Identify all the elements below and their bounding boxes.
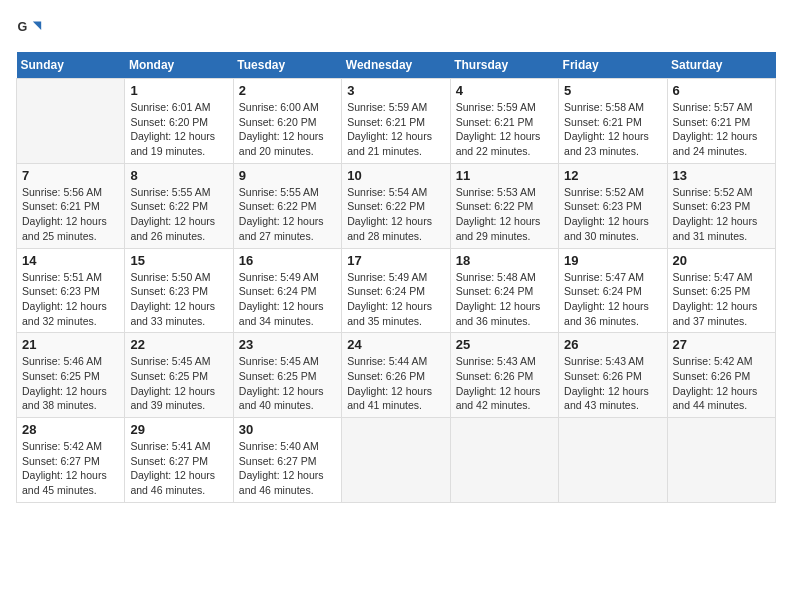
calendar-cell: 28Sunrise: 5:42 AM Sunset: 6:27 PM Dayli… bbox=[17, 418, 125, 503]
day-number: 8 bbox=[130, 168, 227, 183]
calendar-cell: 18Sunrise: 5:48 AM Sunset: 6:24 PM Dayli… bbox=[450, 248, 558, 333]
day-info: Sunrise: 5:49 AM Sunset: 6:24 PM Dayligh… bbox=[347, 270, 444, 329]
day-number: 1 bbox=[130, 83, 227, 98]
calendar-cell: 19Sunrise: 5:47 AM Sunset: 6:24 PM Dayli… bbox=[559, 248, 667, 333]
calendar-cell: 15Sunrise: 5:50 AM Sunset: 6:23 PM Dayli… bbox=[125, 248, 233, 333]
calendar-cell: 17Sunrise: 5:49 AM Sunset: 6:24 PM Dayli… bbox=[342, 248, 450, 333]
day-info: Sunrise: 5:41 AM Sunset: 6:27 PM Dayligh… bbox=[130, 439, 227, 498]
calendar-cell: 12Sunrise: 5:52 AM Sunset: 6:23 PM Dayli… bbox=[559, 163, 667, 248]
day-info: Sunrise: 5:54 AM Sunset: 6:22 PM Dayligh… bbox=[347, 185, 444, 244]
day-info: Sunrise: 5:42 AM Sunset: 6:26 PM Dayligh… bbox=[673, 354, 770, 413]
day-info: Sunrise: 5:57 AM Sunset: 6:21 PM Dayligh… bbox=[673, 100, 770, 159]
calendar-cell: 13Sunrise: 5:52 AM Sunset: 6:23 PM Dayli… bbox=[667, 163, 775, 248]
day-number: 11 bbox=[456, 168, 553, 183]
day-number: 3 bbox=[347, 83, 444, 98]
day-info: Sunrise: 5:52 AM Sunset: 6:23 PM Dayligh… bbox=[673, 185, 770, 244]
calendar-cell: 14Sunrise: 5:51 AM Sunset: 6:23 PM Dayli… bbox=[17, 248, 125, 333]
calendar-cell: 24Sunrise: 5:44 AM Sunset: 6:26 PM Dayli… bbox=[342, 333, 450, 418]
calendar-cell bbox=[17, 79, 125, 164]
day-info: Sunrise: 5:50 AM Sunset: 6:23 PM Dayligh… bbox=[130, 270, 227, 329]
calendar-cell bbox=[559, 418, 667, 503]
calendar-cell: 6Sunrise: 5:57 AM Sunset: 6:21 PM Daylig… bbox=[667, 79, 775, 164]
day-info: Sunrise: 5:53 AM Sunset: 6:22 PM Dayligh… bbox=[456, 185, 553, 244]
weekday-header-cell: Tuesday bbox=[233, 52, 341, 79]
day-info: Sunrise: 5:58 AM Sunset: 6:21 PM Dayligh… bbox=[564, 100, 661, 159]
weekday-header-cell: Friday bbox=[559, 52, 667, 79]
day-number: 22 bbox=[130, 337, 227, 352]
day-number: 9 bbox=[239, 168, 336, 183]
day-info: Sunrise: 5:51 AM Sunset: 6:23 PM Dayligh… bbox=[22, 270, 119, 329]
weekday-header-cell: Monday bbox=[125, 52, 233, 79]
calendar-cell: 25Sunrise: 5:43 AM Sunset: 6:26 PM Dayli… bbox=[450, 333, 558, 418]
day-info: Sunrise: 5:40 AM Sunset: 6:27 PM Dayligh… bbox=[239, 439, 336, 498]
day-info: Sunrise: 5:44 AM Sunset: 6:26 PM Dayligh… bbox=[347, 354, 444, 413]
day-number: 12 bbox=[564, 168, 661, 183]
calendar-cell bbox=[450, 418, 558, 503]
day-info: Sunrise: 5:46 AM Sunset: 6:25 PM Dayligh… bbox=[22, 354, 119, 413]
day-number: 5 bbox=[564, 83, 661, 98]
day-number: 24 bbox=[347, 337, 444, 352]
calendar-week-row: 14Sunrise: 5:51 AM Sunset: 6:23 PM Dayli… bbox=[17, 248, 776, 333]
day-number: 16 bbox=[239, 253, 336, 268]
calendar-week-row: 1Sunrise: 6:01 AM Sunset: 6:20 PM Daylig… bbox=[17, 79, 776, 164]
day-info: Sunrise: 5:45 AM Sunset: 6:25 PM Dayligh… bbox=[130, 354, 227, 413]
calendar-cell: 27Sunrise: 5:42 AM Sunset: 6:26 PM Dayli… bbox=[667, 333, 775, 418]
day-number: 13 bbox=[673, 168, 770, 183]
weekday-header-cell: Saturday bbox=[667, 52, 775, 79]
day-info: Sunrise: 5:42 AM Sunset: 6:27 PM Dayligh… bbox=[22, 439, 119, 498]
svg-text:G: G bbox=[17, 20, 27, 34]
day-number: 21 bbox=[22, 337, 119, 352]
day-info: Sunrise: 5:47 AM Sunset: 6:24 PM Dayligh… bbox=[564, 270, 661, 329]
page-header: G bbox=[16, 16, 776, 44]
day-number: 15 bbox=[130, 253, 227, 268]
day-number: 10 bbox=[347, 168, 444, 183]
calendar-cell bbox=[342, 418, 450, 503]
calendar-cell: 5Sunrise: 5:58 AM Sunset: 6:21 PM Daylig… bbox=[559, 79, 667, 164]
calendar-week-row: 21Sunrise: 5:46 AM Sunset: 6:25 PM Dayli… bbox=[17, 333, 776, 418]
calendar-cell: 1Sunrise: 6:01 AM Sunset: 6:20 PM Daylig… bbox=[125, 79, 233, 164]
calendar-cell: 10Sunrise: 5:54 AM Sunset: 6:22 PM Dayli… bbox=[342, 163, 450, 248]
day-number: 18 bbox=[456, 253, 553, 268]
calendar-cell: 3Sunrise: 5:59 AM Sunset: 6:21 PM Daylig… bbox=[342, 79, 450, 164]
day-number: 28 bbox=[22, 422, 119, 437]
day-number: 17 bbox=[347, 253, 444, 268]
calendar-cell: 23Sunrise: 5:45 AM Sunset: 6:25 PM Dayli… bbox=[233, 333, 341, 418]
calendar-cell: 26Sunrise: 5:43 AM Sunset: 6:26 PM Dayli… bbox=[559, 333, 667, 418]
calendar-cell: 7Sunrise: 5:56 AM Sunset: 6:21 PM Daylig… bbox=[17, 163, 125, 248]
day-info: Sunrise: 5:49 AM Sunset: 6:24 PM Dayligh… bbox=[239, 270, 336, 329]
calendar-cell: 11Sunrise: 5:53 AM Sunset: 6:22 PM Dayli… bbox=[450, 163, 558, 248]
day-info: Sunrise: 5:55 AM Sunset: 6:22 PM Dayligh… bbox=[239, 185, 336, 244]
day-number: 19 bbox=[564, 253, 661, 268]
day-info: Sunrise: 5:59 AM Sunset: 6:21 PM Dayligh… bbox=[347, 100, 444, 159]
calendar-cell: 20Sunrise: 5:47 AM Sunset: 6:25 PM Dayli… bbox=[667, 248, 775, 333]
day-info: Sunrise: 5:48 AM Sunset: 6:24 PM Dayligh… bbox=[456, 270, 553, 329]
day-number: 30 bbox=[239, 422, 336, 437]
calendar-cell: 9Sunrise: 5:55 AM Sunset: 6:22 PM Daylig… bbox=[233, 163, 341, 248]
calendar-table: SundayMondayTuesdayWednesdayThursdayFrid… bbox=[16, 52, 776, 503]
calendar-cell: 29Sunrise: 5:41 AM Sunset: 6:27 PM Dayli… bbox=[125, 418, 233, 503]
logo: G bbox=[16, 16, 48, 44]
day-info: Sunrise: 6:01 AM Sunset: 6:20 PM Dayligh… bbox=[130, 100, 227, 159]
day-info: Sunrise: 5:59 AM Sunset: 6:21 PM Dayligh… bbox=[456, 100, 553, 159]
calendar-cell: 2Sunrise: 6:00 AM Sunset: 6:20 PM Daylig… bbox=[233, 79, 341, 164]
weekday-header-row: SundayMondayTuesdayWednesdayThursdayFrid… bbox=[17, 52, 776, 79]
calendar-cell: 4Sunrise: 5:59 AM Sunset: 6:21 PM Daylig… bbox=[450, 79, 558, 164]
day-info: Sunrise: 5:43 AM Sunset: 6:26 PM Dayligh… bbox=[564, 354, 661, 413]
day-number: 14 bbox=[22, 253, 119, 268]
logo-icon: G bbox=[16, 16, 44, 44]
day-number: 7 bbox=[22, 168, 119, 183]
day-info: Sunrise: 6:00 AM Sunset: 6:20 PM Dayligh… bbox=[239, 100, 336, 159]
calendar-cell: 21Sunrise: 5:46 AM Sunset: 6:25 PM Dayli… bbox=[17, 333, 125, 418]
day-number: 26 bbox=[564, 337, 661, 352]
day-number: 20 bbox=[673, 253, 770, 268]
svg-marker-1 bbox=[33, 22, 41, 30]
day-info: Sunrise: 5:45 AM Sunset: 6:25 PM Dayligh… bbox=[239, 354, 336, 413]
calendar-cell: 16Sunrise: 5:49 AM Sunset: 6:24 PM Dayli… bbox=[233, 248, 341, 333]
day-number: 2 bbox=[239, 83, 336, 98]
weekday-header-cell: Wednesday bbox=[342, 52, 450, 79]
day-info: Sunrise: 5:47 AM Sunset: 6:25 PM Dayligh… bbox=[673, 270, 770, 329]
calendar-cell: 22Sunrise: 5:45 AM Sunset: 6:25 PM Dayli… bbox=[125, 333, 233, 418]
day-number: 4 bbox=[456, 83, 553, 98]
calendar-body: 1Sunrise: 6:01 AM Sunset: 6:20 PM Daylig… bbox=[17, 79, 776, 503]
calendar-cell: 30Sunrise: 5:40 AM Sunset: 6:27 PM Dayli… bbox=[233, 418, 341, 503]
